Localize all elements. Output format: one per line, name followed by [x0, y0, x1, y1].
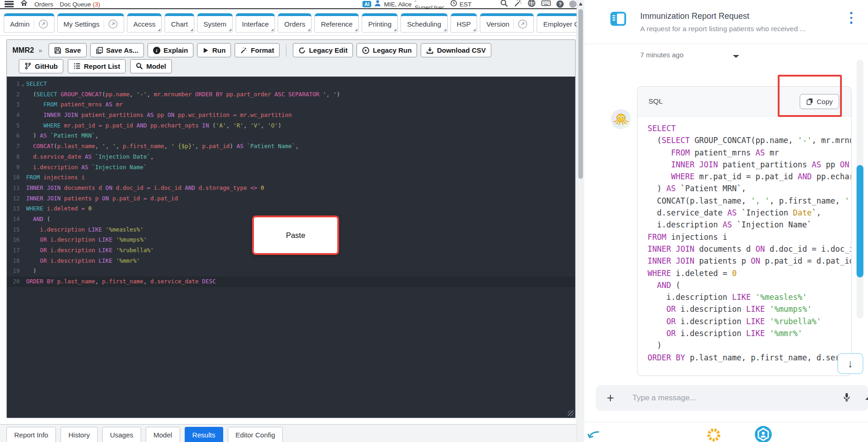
tab-interface[interactable]: Interface — [236, 13, 275, 33]
home-icon[interactable] — [20, 0, 28, 9]
sql-code-block[interactable]: SELECT (SELECT GROUP_CONCAT(pp.name, '-'… — [637, 116, 851, 364]
kebab-menu-icon[interactable] — [850, 12, 852, 24]
editor-line-18[interactable]: 18 OR i.description LIKE '%mmr%' — [7, 256, 575, 266]
editor-line-10[interactable]: 10FROM injections i — [7, 172, 575, 183]
bottom-tab-report-info[interactable]: Report Info — [6, 427, 56, 442]
editor-line-5[interactable]: 5 WHERE mr.pat_id = p.pat_id AND pp.echa… — [7, 121, 575, 131]
tab-chart[interactable]: Chart — [165, 13, 194, 33]
editor-line-7[interactable]: 7 CONCAT(p.last_name, ', ', p.first_name… — [7, 141, 575, 152]
tab-label: Access — [133, 20, 155, 28]
editor-line-11[interactable]: 11INNER JOIN documents d ON d.doc_id = i… — [7, 183, 575, 193]
tab-label: Reference — [321, 20, 352, 28]
bottom-tab-history[interactable]: History — [60, 427, 98, 442]
chat-code-line-10: FROM injections i — [648, 231, 851, 243]
line-number: 19 — [7, 266, 20, 276]
editor-line-9[interactable]: 9 i.description AS `Injection Name` — [7, 162, 575, 173]
fold-caret-icon — [20, 247, 26, 257]
attach-plus-icon[interactable]: + — [607, 392, 614, 404]
explain-button[interactable]: iExplain — [148, 43, 193, 57]
hamburger-menu-icon[interactable] — [5, 1, 14, 7]
bottom-tab-usages[interactable]: Usages — [102, 427, 141, 442]
editor-line-20[interactable]: 20ORDER BY p.last_name, p.first_name, d.… — [7, 276, 575, 287]
tab-hsp[interactable]: HSP — [450, 13, 478, 33]
tab-label: Scheduling — [407, 20, 441, 28]
model-button[interactable]: Model — [130, 59, 171, 73]
editor-line-19[interactable]: 19 ) — [7, 266, 575, 276]
tab-printing[interactable]: Printing — [362, 13, 398, 33]
editor-line-8[interactable]: 8 d.service_date AS `Injection Date`, — [7, 152, 575, 162]
line-number: 8 — [7, 152, 20, 162]
tab-reference[interactable]: Reference — [314, 13, 359, 33]
sql-card-label: SQL — [648, 97, 663, 105]
editor-line-3[interactable]: 3 FROM patient_mrns AS mr — [7, 99, 575, 110]
clock-icon — [450, 0, 457, 8]
line-number: 14 — [7, 214, 20, 225]
tab-system[interactable]: System — [197, 13, 233, 33]
editor-toolbar-row-2: GitHubReport ListModel — [7, 58, 575, 77]
chat-scrollbar-thumb[interactable] — [857, 165, 863, 277]
help-icon[interactable]: ? — [556, 0, 564, 8]
save-as-button[interactable]: Save As... — [90, 43, 144, 57]
menu-item-doc-queue[interactable]: Doc Queue (3) — [60, 1, 100, 8]
run-button[interactable]: Run — [197, 43, 231, 57]
bottom-tab-results[interactable]: Results — [185, 427, 223, 442]
emr-app-window: Orders Doc Queue (3) AI MIE, Alice - Sup… — [0, 0, 577, 442]
tab-access[interactable]: Access — [127, 13, 162, 33]
report-list-button[interactable]: Report List — [68, 59, 126, 73]
tab-orders[interactable]: Orders — [278, 13, 312, 33]
editor-line-6[interactable]: 6 ) AS `Patient MRN`, — [7, 131, 575, 141]
wand-icon[interactable] — [514, 0, 522, 9]
external-link-icon — [104, 19, 118, 29]
microphone-icon[interactable] — [842, 392, 851, 403]
save-button[interactable]: Save — [49, 43, 86, 57]
fold-caret-icon — [20, 226, 26, 237]
sun-gear-icon[interactable] — [705, 426, 722, 442]
editor-line-4[interactable]: 4 INNER JOIN patient_partitions AS pp ON… — [7, 110, 575, 121]
legacy-edit-button[interactable]: Legacy Edit — [293, 43, 353, 57]
tab-label: Chart — [171, 20, 188, 28]
editor-line-13[interactable]: 13WHERE i.deleted = 0 — [7, 204, 575, 214]
message-input-bar[interactable]: + Type a message... — [596, 385, 868, 411]
github-button[interactable]: GitHub — [19, 59, 63, 73]
chat-code-line-13: WHERE i.deleted = 0 — [648, 267, 851, 279]
input-expand-caret-icon[interactable] — [865, 397, 868, 400]
editor-line-12[interactable]: 12INNER JOIN patients p ON p.pat_id = d.… — [7, 193, 575, 204]
copy-button[interactable]: Copy — [800, 94, 839, 109]
fold-caret-icon — [20, 184, 26, 195]
report-code-chevron[interactable]: » — [38, 46, 42, 54]
globe-icon[interactable] — [527, 0, 536, 9]
scrollbar-thumb[interactable] — [578, 9, 583, 179]
paste-context-button[interactable]: Paste — [252, 215, 339, 255]
tab-employer-organizations[interactable]: Employer Organizations — [537, 13, 577, 33]
timestamp-caret-icon[interactable] — [733, 55, 739, 58]
line-number: 18 — [7, 256, 20, 266]
search-icon[interactable] — [500, 0, 508, 9]
left-pane-scrollbar[interactable] — [577, 0, 584, 442]
tab-admin[interactable]: Admin — [4, 13, 55, 33]
download-csv-button[interactable]: Download CSV — [421, 43, 491, 57]
editor-line-2[interactable]: 2 (SELECT GROUP_CONCAT(pp.name, '-', mr.… — [7, 89, 575, 100]
user-icon — [374, 0, 381, 9]
tab-scheduling[interactable]: Scheduling — [401, 13, 447, 33]
panel-layout-icon[interactable] — [610, 10, 627, 29]
history-icon — [298, 47, 306, 54]
blue-app-logo-icon[interactable] — [754, 425, 772, 442]
resize-grip[interactable] — [568, 410, 574, 416]
legacy-run-button[interactable]: Legacy Run — [357, 43, 417, 57]
scrollbar-up-arrow-icon[interactable] — [579, 2, 582, 6]
bottom-tab-model[interactable]: Model — [146, 427, 180, 442]
menu-item-orders[interactable]: Orders — [34, 1, 53, 8]
format-button[interactable]: Format — [235, 43, 280, 57]
keyboard-icon[interactable] — [541, 0, 551, 9]
editor-line-1[interactable]: 1vSELECT — [7, 79, 575, 89]
fold-caret-icon[interactable]: v — [20, 80, 26, 91]
ai-badge[interactable]: AI — [363, 1, 371, 7]
bottom-tab-editor-config[interactable]: Editor Config — [228, 427, 283, 442]
presence-circle-icon[interactable] — [569, 0, 577, 8]
tab-version[interactable]: Version — [480, 13, 534, 33]
line-number: 2 — [7, 89, 20, 100]
button-label: Model — [146, 62, 166, 70]
tab-my-settings[interactable]: My Settings — [57, 13, 124, 33]
tab-caret-icon — [158, 28, 160, 31]
scroll-to-bottom-button[interactable]: ↓ — [837, 353, 863, 374]
